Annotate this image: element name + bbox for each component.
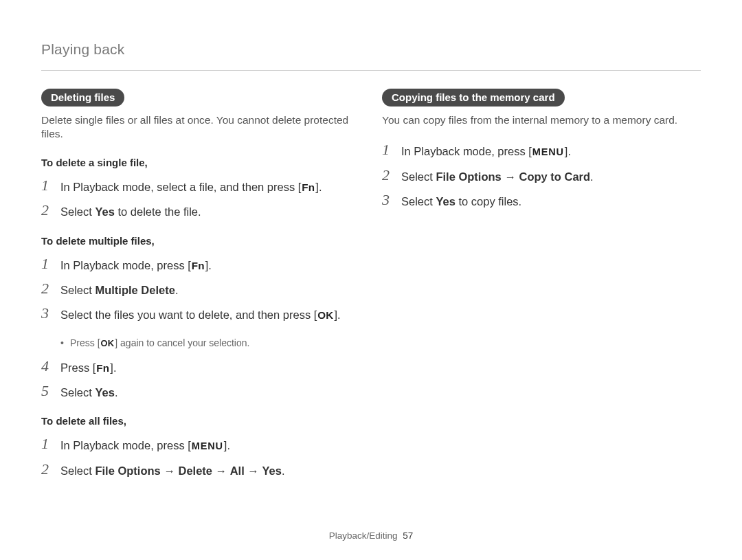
delete-single-heading: To delete a single file, <box>41 157 360 168</box>
step-text: In Playback mode, select a file, and the… <box>60 178 322 195</box>
sub-bullet-text: Press [OK] again to cancel your selectio… <box>70 337 249 350</box>
fn-button-label: Fn <box>301 181 315 195</box>
step-text: In Playback mode, press [MENU]. <box>401 142 571 159</box>
right-column: Copying files to the memory card You can… <box>382 89 701 493</box>
step-item: 2 Select File Options → Delete → All → Y… <box>41 462 360 478</box>
copy-steps: 1 In Playback mode, press [MENU]. 2 Sele… <box>382 142 701 209</box>
step-number: 1 <box>382 142 397 157</box>
ok-button-label: OK <box>317 309 334 323</box>
step-text: Select Yes to delete the file. <box>60 203 201 219</box>
step-text: In Playback mode, press [MENU]. <box>60 436 230 453</box>
fn-button-label: Fn <box>95 361 110 376</box>
delete-single-steps: 1 In Playback mode, select a file, and t… <box>41 178 360 220</box>
left-column: Deleting files Delete single files or al… <box>41 89 360 493</box>
step-sub-bullet: • Press [OK] again to cancel your select… <box>60 337 360 350</box>
step-text: Select Multiple Delete. <box>60 281 178 298</box>
step-item: 1 In Playback mode, press [MENU]. <box>41 436 360 453</box>
step-number: 3 <box>382 192 397 208</box>
step-item: 4 Press [Fn]. <box>41 359 360 376</box>
footer-section: Playback/Editing <box>329 530 398 541</box>
step-number: 2 <box>382 168 397 183</box>
step-text: Select File Options → Delete → All → Yes… <box>60 462 284 478</box>
step-item: 3 Select Yes to copy files. <box>382 192 701 209</box>
step-number: 2 <box>41 281 56 296</box>
step-number: 2 <box>41 203 56 218</box>
delete-all-steps: 1 In Playback mode, press [MENU]. 2 Sele… <box>41 436 360 478</box>
step-item: 2 Select Yes to delete the file. <box>41 203 360 219</box>
step-text: In Playback mode, press [Fn]. <box>60 256 212 273</box>
step-number: 1 <box>41 256 56 271</box>
step-number: 1 <box>41 436 56 451</box>
step-item: 1 In Playback mode, select a file, and t… <box>41 178 360 195</box>
delete-multiple-heading: To delete multiple files, <box>41 235 360 247</box>
copying-files-intro: You can copy files from the internal mem… <box>382 113 701 127</box>
footer-page-number: 57 <box>403 530 413 541</box>
page-title: Playing back <box>41 41 701 58</box>
step-text: Select Yes. <box>60 383 118 400</box>
fn-button-label: Fn <box>191 259 205 273</box>
step-text: Select the files you want to delete, and… <box>60 306 341 323</box>
step-text: Press [Fn]. <box>60 359 116 376</box>
step-number: 1 <box>41 178 56 193</box>
step-number: 4 <box>41 359 56 374</box>
step-item: 2 Select Multiple Delete. <box>41 281 360 298</box>
content-columns: Deleting files Delete single files or al… <box>41 89 701 493</box>
step-item: 2 Select File Options → Copy to Card. <box>382 168 701 184</box>
ok-button-label: OK <box>100 337 115 350</box>
step-text: Select Yes to copy files. <box>401 192 521 209</box>
step-number: 2 <box>41 462 56 477</box>
copying-files-pill: Copying files to the memory card <box>382 89 565 107</box>
delete-all-heading: To delete all files, <box>41 415 360 427</box>
step-number: 3 <box>41 306 56 321</box>
step-item: 5 Select Yes. <box>41 383 360 400</box>
delete-multiple-steps-cont: 4 Press [Fn]. 5 Select Yes. <box>41 359 360 401</box>
title-separator <box>41 70 701 71</box>
step-item: 3 Select the files you want to delete, a… <box>41 306 360 323</box>
delete-multiple-steps: 1 In Playback mode, press [Fn]. 2 Select… <box>41 256 360 323</box>
bullet-dot-icon: • <box>60 337 70 350</box>
page-footer: Playback/Editing 57 <box>0 530 742 541</box>
page: Playing back Deleting files Delete singl… <box>0 0 742 560</box>
menu-button-label: MENU <box>191 440 224 453</box>
deleting-files-pill: Deleting files <box>41 89 124 107</box>
step-item: 1 In Playback mode, press [Fn]. <box>41 256 360 273</box>
deleting-files-intro: Delete single files or all files at once… <box>41 113 360 142</box>
menu-button-label: MENU <box>532 146 565 159</box>
step-text: Select File Options → Copy to Card. <box>401 168 594 184</box>
step-item: 1 In Playback mode, press [MENU]. <box>382 142 701 159</box>
step-number: 5 <box>41 383 56 399</box>
